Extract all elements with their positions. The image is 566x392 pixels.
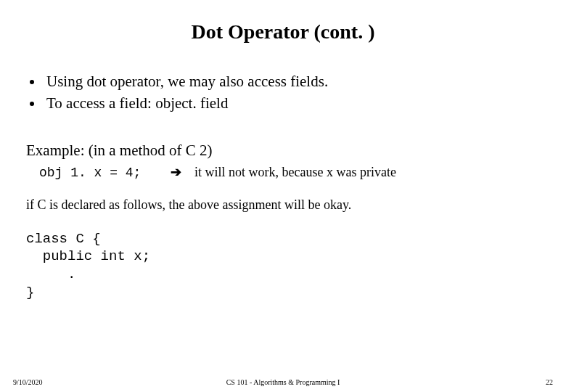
example-label: Example: (in a method of C 2) <box>26 142 540 160</box>
footer-course: CS 101 - Algorithms & Programming I <box>226 378 340 386</box>
bullet-list: Using dot operator, we may also access f… <box>26 71 540 114</box>
code-block: class C { public int x; . } <box>26 230 540 302</box>
code-line: obj 1. x = 4; ➔ it will not work, becaus… <box>39 164 540 180</box>
footer-date: 9/10/2020 <box>13 378 43 386</box>
bullet-item: To access a field: object. field <box>44 93 540 113</box>
slide-title: Dot Operator (cont. ) <box>26 20 540 44</box>
footer-page: 22 <box>546 378 553 386</box>
code-statement: obj 1. x = 4; <box>39 166 141 180</box>
followup-text: if C is declared as follows, the above a… <box>26 197 540 213</box>
slide: Dot Operator (cont. ) Using dot operator… <box>0 0 566 392</box>
footer: 9/10/2020 CS 101 - Algorithms & Programm… <box>0 378 566 386</box>
code-note: it will not work, because x was private <box>194 165 396 179</box>
arrow-icon: ➔ <box>171 165 181 179</box>
bullet-item: Using dot operator, we may also access f… <box>44 71 540 91</box>
